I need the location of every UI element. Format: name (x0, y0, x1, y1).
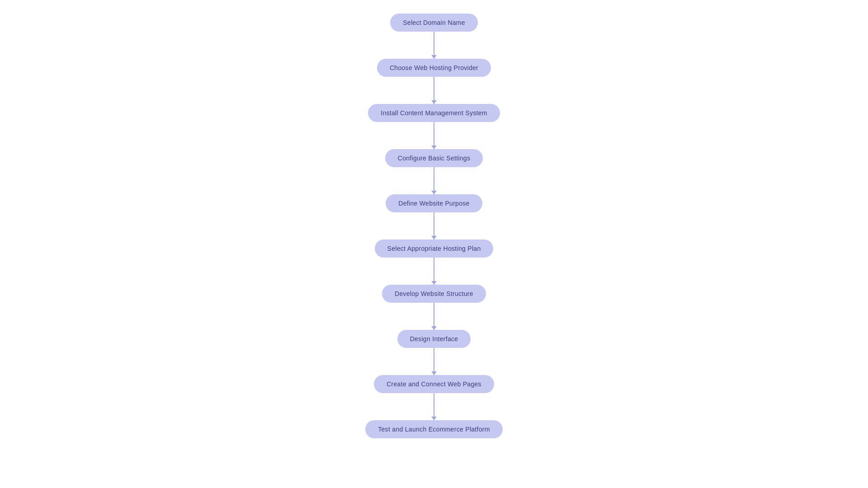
connector-9 (434, 393, 434, 420)
node-create-connect: Create and Connect Web Pages (374, 375, 494, 393)
node-test-launch: Test and Launch Ecommerce Platform (365, 420, 503, 438)
connector-3 (434, 122, 434, 149)
node-install-cms: Install Content Management System (368, 104, 500, 122)
connector-4 (434, 167, 434, 194)
node-select-domain: Select Domain Name (390, 14, 478, 32)
node-design-interface: Design Interface (397, 330, 471, 348)
connector-2 (434, 77, 434, 104)
node-define-purpose: Define Website Purpose (386, 194, 482, 212)
node-choose-hosting: Choose Web Hosting Provider (377, 59, 491, 77)
node-configure-settings: Configure Basic Settings (385, 149, 483, 167)
connector-1 (434, 32, 434, 59)
node-develop-structure: Develop Website Structure (382, 285, 486, 303)
connector-7 (434, 303, 434, 330)
connector-6 (434, 258, 434, 285)
connector-5 (434, 212, 434, 239)
node-select-plan: Select Appropriate Hosting Plan (375, 239, 494, 258)
connector-8 (434, 348, 434, 375)
flowchart: Select Domain Name Choose Web Hosting Pr… (365, 5, 503, 447)
